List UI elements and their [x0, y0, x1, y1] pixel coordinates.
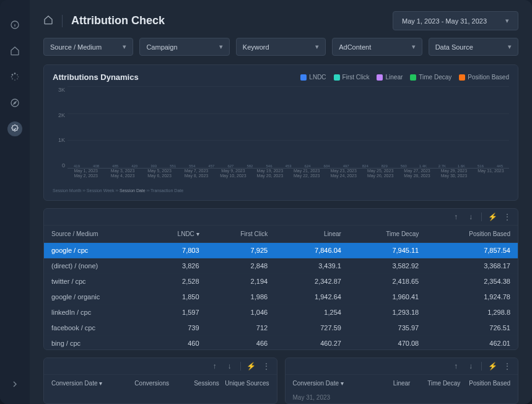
home-icon[interactable]	[43, 15, 53, 27]
bar-value-label: 2.7K	[438, 164, 446, 168]
table-row[interactable]: google / organic1,8501,9861,942.641,960.…	[44, 289, 518, 305]
bolt-icon[interactable]: ⚡	[247, 362, 256, 371]
loading-icon[interactable]	[7, 69, 22, 84]
col-header[interactable]: Source / Medium	[44, 226, 147, 243]
filter-keyword[interactable]: Keyword▾	[236, 38, 326, 56]
col-header[interactable]: Conversions	[124, 380, 169, 387]
x-tick: May 9, 2023May 10, 2023	[215, 169, 251, 186]
col-header[interactable]: Time Decay	[415, 380, 460, 387]
bar-value-label: 554	[189, 164, 195, 168]
x-tick: May 31, 2023	[473, 169, 509, 186]
bar-value-label: 546	[266, 164, 272, 168]
legend-item[interactable]: Time Decay	[410, 74, 451, 81]
legend-swatch	[459, 74, 465, 81]
arrow-up-icon[interactable]: ↑	[451, 362, 460, 371]
legend-label: LNDC	[309, 74, 326, 81]
arrow-up-icon[interactable]: ↑	[211, 362, 219, 371]
bolt-icon[interactable]: ⚡	[488, 213, 497, 221]
svg-point-5	[17, 76, 19, 77]
bar-value-label: 497	[343, 164, 349, 168]
compass-icon[interactable]	[7, 95, 22, 110]
svg-point-6	[17, 78, 18, 79]
arrow-down-icon[interactable]: ↓	[225, 362, 234, 371]
legend-item[interactable]: Linear	[377, 74, 403, 81]
bar-value-label: 485	[112, 164, 118, 168]
chevron-down-icon: ▾	[219, 43, 223, 51]
models-panel: ↑ ↓ ⚡ ⋮ Conversion Date ▾LinearTime Deca…	[285, 358, 519, 404]
col-header[interactable]: Time Decay	[349, 226, 426, 243]
x-tick: May 19, 2023May 20, 2023	[251, 169, 288, 186]
chevron-down-icon: ▾	[505, 17, 509, 25]
filter-label: Keyword	[243, 43, 269, 51]
bar-value-label: 624	[305, 164, 311, 168]
legend-item[interactable]: Position Based	[459, 74, 509, 81]
bar-value-label: 829	[382, 164, 388, 168]
table-row[interactable]: linkedIn / cpc1,5971,0461,2541,293.181,2…	[44, 305, 518, 320]
info-icon[interactable]	[7, 17, 22, 32]
bar-value-label: 1.4K	[419, 164, 427, 168]
col-header[interactable]: Unique Sources	[224, 380, 269, 387]
svg-point-9	[11, 76, 12, 77]
svg-point-3	[14, 72, 16, 74]
legend-label: First Click	[342, 74, 370, 81]
more-icon[interactable]: ⋮	[262, 362, 271, 371]
col-header[interactable]: Position Based	[465, 380, 510, 387]
col-header[interactable]: Linear	[365, 380, 411, 387]
filter-source-medium[interactable]: Source / Medium▾	[43, 38, 133, 56]
arrow-down-icon[interactable]: ↓	[466, 362, 475, 371]
more-icon[interactable]: ⋮	[503, 362, 512, 371]
filter-campaign[interactable]: Campaign▾	[139, 38, 229, 56]
bar-value-label: 604	[324, 164, 330, 168]
x-tick: May 5, 2023May 6, 2023	[141, 169, 178, 186]
legend-label: Linear	[385, 74, 403, 81]
home-nav-icon[interactable]	[7, 43, 22, 58]
filter-data-source[interactable]: Data Source▾	[429, 38, 518, 56]
svg-point-7	[14, 79, 15, 81]
legend-label: Time Decay	[419, 74, 451, 81]
table-row[interactable]: bing / cpc460466460.27470.08462.01	[44, 336, 518, 351]
filter-adcontent[interactable]: AdContent▾	[332, 38, 422, 56]
header: Attribution Check May 1, 2023 - May 31, …	[30, 0, 532, 38]
table-row[interactable]: (direct) / (none)3,8262,8483,439.13,582.…	[44, 258, 518, 274]
chart-panel: Attributions Dynamics LNDCFirst ClickLin…	[43, 64, 518, 201]
col-header[interactable]: Sessions	[174, 380, 219, 387]
table-row: May 31, 2023	[286, 392, 518, 403]
x-tick: May 23, 2023May 24, 2023	[325, 169, 362, 186]
sidebar	[0, 0, 30, 404]
filter-row: Source / Medium▾Campaign▾Keyword▾AdConte…	[30, 38, 532, 64]
x-tick: May 3, 2023May 4, 2023	[104, 169, 141, 186]
more-icon[interactable]: ⋮	[503, 213, 512, 221]
x-tick: May 29, 2023May 30, 2023	[435, 169, 472, 186]
page-title: Attribution Check	[71, 14, 165, 27]
filter-label: Source / Medium	[50, 43, 102, 51]
col-header[interactable]: LNDC ▾	[147, 226, 207, 243]
legend-item[interactable]: First Click	[334, 74, 370, 81]
chart-legend: LNDCFirst ClickLinearTime DecayPosition …	[300, 74, 509, 81]
col-header[interactable]: Position Based	[426, 226, 518, 243]
conversions-panel: ↑ ↓ ⚡ ⋮ Conversion Date ▾ConversionsSess…	[43, 358, 277, 404]
table-row[interactable]: facebook / cpc739712727.59735.97726.51	[44, 320, 518, 336]
col-header[interactable]: Conversion Date ▾	[293, 380, 360, 387]
col-header[interactable]: Linear	[275, 226, 349, 243]
bar-value-label: 445	[497, 164, 503, 168]
date-range-picker[interactable]: May 1, 2023 - May 31, 2023 ▾	[393, 11, 518, 30]
attribution-table: ↑ ↓ ⚡ ⋮ Source / MediumLNDC ▾First Click…	[43, 208, 518, 350]
verified-icon[interactable]	[7, 121, 22, 136]
bolt-icon[interactable]: ⚡	[488, 362, 497, 371]
col-header[interactable]: Conversion Date ▾	[51, 380, 119, 387]
expand-icon[interactable]	[7, 377, 22, 392]
table-row[interactable]: google / cpc7,8037,9257,846.047,945.117,…	[44, 243, 518, 258]
chevron-down-icon: ▾	[123, 43, 126, 51]
arrow-up-icon[interactable]: ↑	[451, 213, 460, 221]
table-row[interactable]: twitter / cpc2,5282,1942,342.872,418.652…	[44, 274, 518, 289]
x-tick: May 27, 2023May 28, 2023	[399, 169, 435, 186]
col-header[interactable]: First Click	[207, 226, 276, 243]
bar-value-label: 824	[362, 164, 368, 168]
legend-swatch	[300, 74, 307, 81]
bar-value-label: 582	[246, 164, 253, 168]
filter-label: Data Source	[435, 43, 473, 51]
legend-item[interactable]: LNDC	[300, 74, 326, 81]
arrow-down-icon[interactable]: ↓	[466, 213, 475, 221]
legend-swatch	[410, 74, 416, 81]
bar-value-label: 551	[170, 164, 176, 168]
